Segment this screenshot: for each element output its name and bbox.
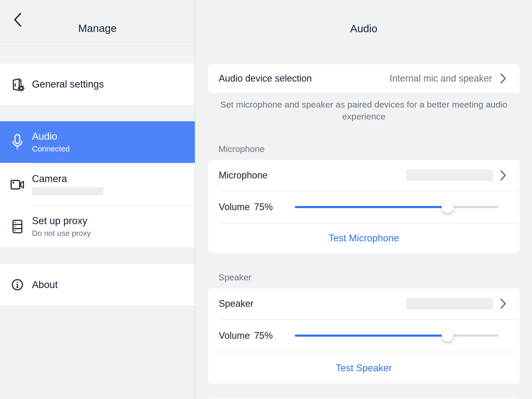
redacted-speaker-name bbox=[406, 298, 493, 309]
general-settings-icon bbox=[10, 77, 25, 92]
test-microphone-button[interactable]: Test Microphone bbox=[322, 230, 405, 246]
sidebar-item-audio[interactable]: Audio Connected bbox=[0, 121, 195, 163]
sidebar-item-status: Do not use proxy bbox=[32, 229, 91, 238]
sidebar: Manage bbox=[0, 0, 195, 399]
test-speaker-button[interactable]: Test Speaker bbox=[330, 360, 398, 376]
audio-device-selection-row[interactable]: Audio device selection Internal mic and … bbox=[208, 64, 520, 93]
page-title: Audio bbox=[208, 22, 520, 35]
slider-thumb[interactable] bbox=[442, 330, 454, 342]
volume-label: Volume bbox=[219, 330, 250, 341]
sidebar-group: General settings bbox=[0, 64, 195, 104]
speaker-volume-row: Volume 75% bbox=[208, 320, 520, 352]
sidebar-header: Manage bbox=[0, 0, 195, 46]
server-icon bbox=[10, 218, 25, 235]
chevron-right-icon bbox=[500, 170, 507, 181]
settings-screen: Manage bbox=[0, 0, 532, 399]
volume-value: 75% bbox=[254, 330, 273, 341]
sidebar-title: Manage bbox=[0, 22, 195, 35]
chevron-left-icon bbox=[12, 12, 22, 28]
microphone-test-row: Test Microphone bbox=[208, 223, 520, 253]
microphone-device-row[interactable]: Microphone bbox=[208, 160, 520, 191]
sidebar-item-camera[interactable]: Camera bbox=[0, 163, 195, 205]
slider-fill bbox=[295, 335, 448, 337]
sidebar-item-label: Camera bbox=[32, 173, 103, 184]
speaker-device-label: Speaker bbox=[219, 298, 254, 309]
info-icon bbox=[10, 278, 25, 291]
audio-device-selection-label: Audio device selection bbox=[219, 73, 312, 84]
chevron-right-icon bbox=[500, 298, 507, 309]
speaker-test-row: Test Speaker bbox=[208, 352, 520, 384]
slider-fill bbox=[295, 206, 448, 208]
redacted-camera-name bbox=[32, 187, 103, 196]
microphone-card: Microphone Volume 75% bbox=[208, 160, 520, 253]
speaker-device-row[interactable]: Speaker bbox=[208, 288, 520, 319]
slider-thumb[interactable] bbox=[442, 201, 454, 213]
microphone-volume-slider[interactable] bbox=[295, 201, 498, 213]
sidebar-item-label: General settings bbox=[32, 78, 104, 90]
video-camera-icon bbox=[10, 178, 25, 190]
sidebar-item-label: About bbox=[32, 279, 58, 290]
audio-device-selection-value: Internal mic and speaker bbox=[390, 73, 492, 84]
sidebar-group: About bbox=[0, 264, 195, 305]
sidebar-item-about[interactable]: About bbox=[0, 264, 195, 305]
microphone-device-label: Microphone bbox=[219, 170, 268, 181]
sidebar-item-status: Connected bbox=[32, 144, 70, 154]
device-selection-helper-text: Set microphone and speaker as paired dev… bbox=[208, 98, 520, 122]
sidebar-menu: General settings Audio Conne bbox=[0, 64, 195, 305]
sidebar-group: Audio Connected Camera bbox=[0, 121, 195, 247]
microphone-volume-row: Volume 75% bbox=[208, 191, 520, 223]
sidebar-item-label: Set up proxy bbox=[32, 215, 91, 227]
volume-label: Volume bbox=[219, 202, 250, 212]
microphone-icon bbox=[10, 134, 25, 151]
sidebar-item-label: Audio bbox=[32, 131, 70, 142]
sidebar-item-general-settings[interactable]: General settings bbox=[0, 64, 195, 104]
back-button[interactable] bbox=[10, 10, 24, 30]
redacted-microphone-name bbox=[406, 170, 493, 181]
microphone-section-label: Microphone bbox=[218, 143, 532, 155]
speaker-card: Speaker Volume 75% bbox=[208, 288, 520, 384]
volume-value: 75% bbox=[254, 202, 273, 212]
audio-settings-panel: Audio Audio device selection Internal mi… bbox=[195, 0, 532, 399]
sidebar-item-set-up-proxy[interactable]: Set up proxy Do not use proxy bbox=[0, 206, 195, 247]
chevron-right-icon bbox=[500, 73, 507, 84]
speaker-volume-slider[interactable] bbox=[295, 330, 498, 342]
speaker-section-label: Speaker bbox=[218, 271, 532, 283]
